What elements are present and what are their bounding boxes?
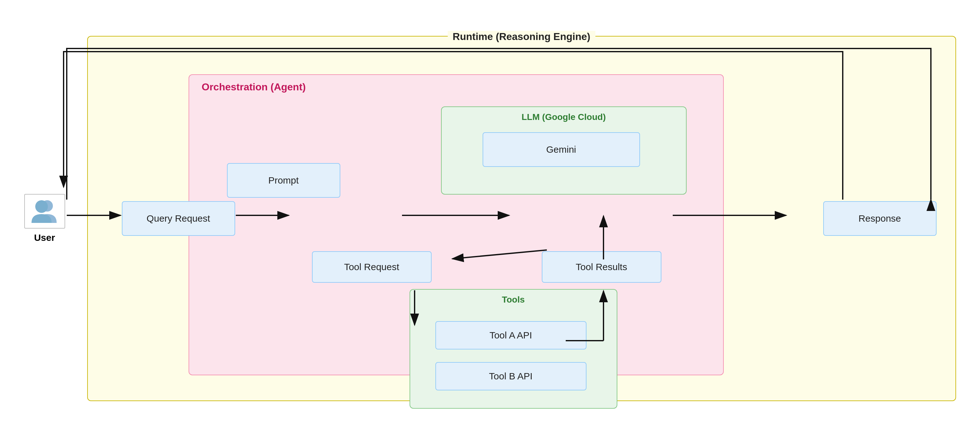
- prompt-box: Prompt: [227, 163, 340, 198]
- response-box: Response: [823, 201, 937, 236]
- user-label: User: [34, 232, 55, 243]
- tool-results-box: Tool Results: [542, 251, 662, 283]
- llm-label: LLM (Google Cloud): [522, 112, 606, 122]
- query-request-box: Query Request: [122, 201, 235, 236]
- llm-box: LLM (Google Cloud) Gemini: [441, 106, 687, 195]
- diagram-wrapper: Runtime (Reasoning Engine) Orchestration…: [18, 17, 963, 420]
- orchestration-box: Orchestration (Agent) LLM (Google Cloud)…: [189, 74, 724, 375]
- svg-point-1: [35, 200, 48, 213]
- tool-b-box: Tool B API: [435, 362, 587, 390]
- tools-label: Tools: [502, 295, 525, 305]
- tool-a-box: Tool A API: [435, 321, 587, 350]
- user-icon-box: [24, 194, 65, 229]
- orchestration-label: Orchestration (Agent): [202, 81, 306, 93]
- user-icon: [29, 197, 60, 226]
- tools-box: Tools Tool A API Tool B API: [410, 289, 617, 408]
- gemini-box: Gemini: [483, 132, 640, 167]
- runtime-label: Runtime (Reasoning Engine): [448, 31, 595, 43]
- user-area: User: [24, 194, 65, 243]
- tool-request-box: Tool Request: [312, 251, 431, 283]
